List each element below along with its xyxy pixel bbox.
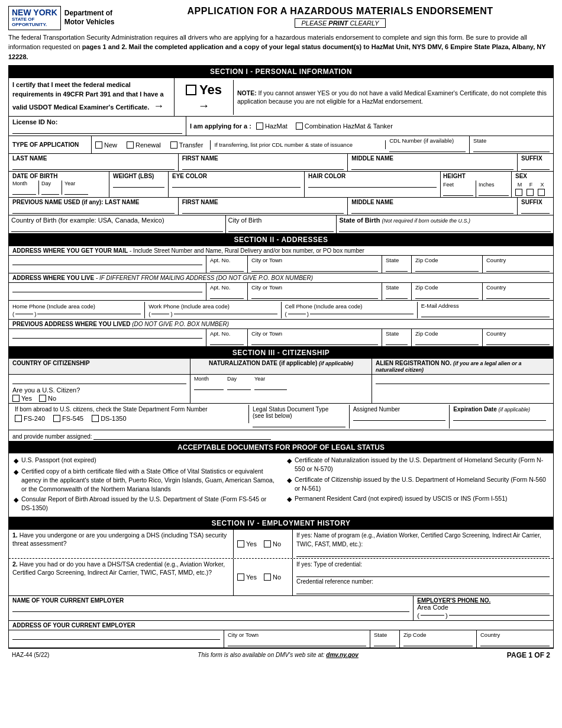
city-birth-input[interactable] bbox=[228, 225, 334, 232]
mail-state-input[interactable] bbox=[386, 265, 408, 272]
assigned-input[interactable] bbox=[353, 414, 446, 421]
prev-addr-apt-input[interactable] bbox=[210, 338, 244, 345]
prev-addr-sub: (DO NOT GIVE P.O. BOX NUMBER) bbox=[130, 321, 229, 327]
state-input[interactable] bbox=[473, 145, 550, 152]
cell-num-input[interactable] bbox=[310, 314, 414, 314]
prev-last-name-input[interactable] bbox=[12, 207, 175, 214]
section3-container: SECTION III - CITIZENSHIP COUNTRY OF CIT… bbox=[8, 347, 554, 442]
fs545-checkbox[interactable] bbox=[53, 415, 60, 422]
dept1: Department of bbox=[64, 9, 115, 18]
live-zip-input[interactable] bbox=[415, 292, 479, 299]
alien-input[interactable] bbox=[376, 377, 550, 384]
provide-input[interactable] bbox=[93, 433, 271, 440]
sex-f-checkbox[interactable] bbox=[527, 189, 534, 196]
employer-name-input[interactable] bbox=[12, 605, 409, 612]
emp-num-input[interactable] bbox=[449, 615, 550, 616]
prev-addr-zip-input[interactable] bbox=[415, 338, 479, 345]
prev-addr-state-input[interactable] bbox=[386, 338, 408, 345]
mail-country-input[interactable] bbox=[486, 265, 550, 272]
yes-checkbox[interactable] bbox=[186, 85, 196, 95]
prev-addr-city-input[interactable] bbox=[251, 338, 378, 345]
suffix-input[interactable] bbox=[521, 163, 550, 170]
q2-no-wrap: No bbox=[264, 574, 281, 581]
legal-status-input[interactable] bbox=[253, 420, 345, 427]
cdl-input[interactable] bbox=[389, 145, 466, 152]
feet-input[interactable] bbox=[443, 189, 473, 196]
nat-year-input[interactable] bbox=[254, 383, 287, 390]
cit-country-input[interactable] bbox=[12, 377, 186, 384]
transfer-checkbox[interactable] bbox=[170, 141, 177, 149]
logo-box: NEW YORK STATE OFOPPORTUNITY. bbox=[8, 6, 61, 30]
renewal-checkbox[interactable] bbox=[127, 141, 134, 149]
home-num-input[interactable] bbox=[37, 314, 141, 314]
email-input[interactable] bbox=[421, 310, 550, 317]
fs240-checkbox[interactable] bbox=[15, 415, 22, 422]
eye-color-input[interactable] bbox=[172, 181, 301, 188]
emp-state-input[interactable] bbox=[374, 639, 396, 646]
expiry-cell: Expiration Date (if applicable) bbox=[450, 405, 550, 429]
prev-middle-name-label: MIDDLE NAME bbox=[351, 199, 513, 205]
phone-row: Home Phone (Include area code) ( ) Work … bbox=[9, 300, 553, 319]
home-area-input[interactable] bbox=[15, 314, 33, 314]
live-street-input[interactable] bbox=[12, 285, 202, 292]
expiry-input[interactable] bbox=[453, 414, 546, 421]
q2-no-checkbox[interactable] bbox=[264, 574, 271, 581]
emp-street-input[interactable] bbox=[12, 633, 220, 640]
q2-yes-checkbox[interactable] bbox=[237, 574, 244, 581]
yes-label: Yes bbox=[199, 82, 222, 98]
work-num-input[interactable] bbox=[174, 314, 277, 314]
cell-area-input[interactable] bbox=[288, 314, 306, 314]
last-name-input[interactable] bbox=[12, 163, 175, 170]
middle-name-input[interactable] bbox=[351, 163, 513, 170]
q2-ref-input[interactable] bbox=[296, 587, 550, 594]
q1-yes-checkbox[interactable] bbox=[237, 540, 244, 547]
sex-m-checkbox[interactable] bbox=[515, 189, 522, 196]
hair-color-input[interactable] bbox=[308, 181, 437, 188]
dob-month-input[interactable] bbox=[12, 188, 36, 195]
state-birth-input[interactable] bbox=[339, 225, 551, 232]
inches-label: Inches bbox=[479, 182, 509, 188]
prev-addr-country-input[interactable] bbox=[486, 338, 550, 345]
prev-middle-name-input[interactable] bbox=[351, 207, 513, 214]
mail-apt-input[interactable] bbox=[210, 265, 244, 272]
employer-row: NAME OF YOUR CURRENT EMPLOYER EMPLOYER'S… bbox=[9, 595, 553, 620]
emp-area-input[interactable] bbox=[421, 615, 444, 616]
license-id-input[interactable] bbox=[12, 127, 182, 134]
country-birth-input[interactable] bbox=[11, 225, 223, 232]
live-country-input[interactable] bbox=[486, 292, 550, 299]
nat-day-input[interactable] bbox=[227, 383, 251, 390]
work-area-input[interactable] bbox=[151, 314, 169, 314]
mail-zip-input[interactable] bbox=[415, 265, 479, 272]
live-apt-input[interactable] bbox=[210, 292, 244, 299]
no-cit-checkbox[interactable] bbox=[39, 395, 46, 402]
no-cit-label: No bbox=[48, 395, 56, 402]
hazmat-checkbox[interactable] bbox=[256, 123, 263, 130]
new-checkbox[interactable] bbox=[95, 141, 102, 149]
mail-city-input[interactable] bbox=[251, 265, 378, 272]
live-city-input[interactable] bbox=[251, 292, 378, 299]
mail-street-input[interactable] bbox=[12, 258, 202, 265]
prev-first-name-input[interactable] bbox=[182, 207, 344, 214]
q1-answer-input[interactable] bbox=[296, 550, 550, 557]
dob-day-input[interactable] bbox=[41, 188, 59, 195]
emp-country-input[interactable] bbox=[480, 639, 550, 646]
inches-input[interactable] bbox=[479, 189, 509, 196]
cell-paren-open: ( bbox=[285, 311, 287, 317]
combination-checkbox[interactable] bbox=[296, 123, 303, 130]
docs-col-right: ◆ Certificate of Naturalization issued b… bbox=[287, 456, 548, 514]
emp-city-input[interactable] bbox=[228, 639, 366, 646]
dob-year-input[interactable] bbox=[64, 188, 88, 195]
ds1350-checkbox[interactable] bbox=[92, 415, 99, 422]
live-state-input[interactable] bbox=[386, 292, 408, 299]
q1-no-checkbox[interactable] bbox=[264, 540, 271, 547]
emp-zip-input[interactable] bbox=[403, 639, 473, 646]
prev-addr-street-input[interactable] bbox=[12, 331, 202, 339]
prev-suffix-input[interactable] bbox=[521, 207, 550, 214]
sex-x-checkbox[interactable] bbox=[538, 189, 545, 196]
nat-month-input[interactable] bbox=[194, 383, 224, 390]
first-name-input[interactable] bbox=[182, 163, 344, 170]
yes-cit-checkbox[interactable] bbox=[12, 395, 20, 402]
weight-input[interactable] bbox=[113, 181, 164, 188]
q2-type-input[interactable] bbox=[296, 570, 550, 577]
feet-cell: Feet bbox=[441, 181, 476, 197]
